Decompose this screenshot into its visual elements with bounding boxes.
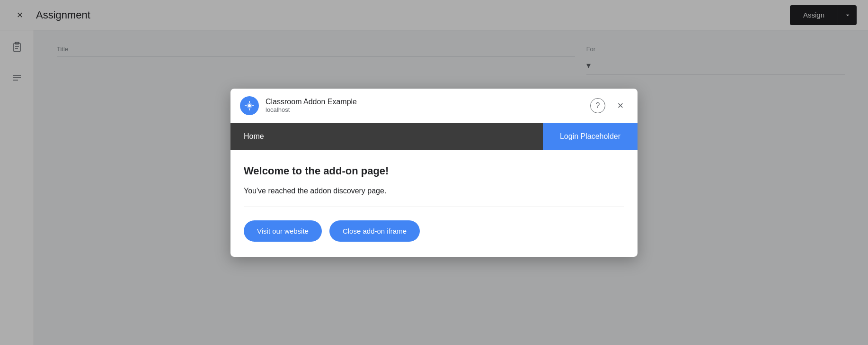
modal-header-right: ? × xyxy=(590,98,628,113)
modal-overlay: Classroom Addon Example localhost ? × Ho… xyxy=(0,0,868,345)
svg-point-9 xyxy=(248,104,251,107)
modal-navbar: Home Login Placeholder xyxy=(230,123,638,150)
nav-home-item[interactable]: Home xyxy=(230,123,543,150)
addon-logo xyxy=(240,96,259,115)
modal-body: Welcome to the add-on page! You've reach… xyxy=(230,150,638,257)
addon-logo-icon xyxy=(244,100,255,111)
addon-name: Classroom Addon Example xyxy=(266,98,357,106)
welcome-heading: Welcome to the add-on page! xyxy=(244,165,624,177)
addon-info: Classroom Addon Example localhost xyxy=(266,98,357,113)
modal-close-button[interactable]: × xyxy=(613,98,628,113)
nav-login-item[interactable]: Login Placeholder xyxy=(543,123,638,150)
discovery-text: You've reached the addon discovery page. xyxy=(244,187,624,195)
modal-header: Classroom Addon Example localhost ? × xyxy=(230,89,638,123)
modal-divider xyxy=(244,207,624,207)
modal-help-button[interactable]: ? xyxy=(590,98,605,113)
close-addon-button[interactable]: Close add-on iframe xyxy=(329,220,420,242)
addon-modal: Classroom Addon Example localhost ? × Ho… xyxy=(230,89,638,257)
visit-website-button[interactable]: Visit our website xyxy=(244,220,322,242)
addon-host: localhost xyxy=(266,106,357,113)
modal-header-left: Classroom Addon Example localhost xyxy=(240,96,357,115)
background-page: × Assignment Assign xyxy=(0,0,868,345)
modal-actions: Visit our website Close add-on iframe xyxy=(244,220,624,242)
